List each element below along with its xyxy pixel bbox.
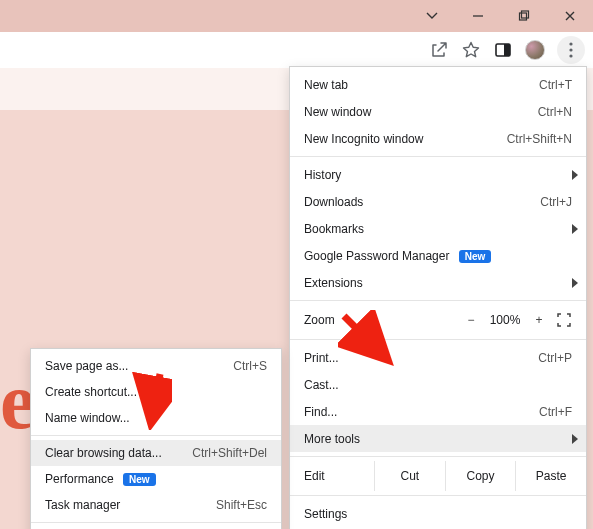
menu-label: New tab [304, 78, 539, 92]
menu-label: Extensions [304, 276, 572, 290]
svg-rect-2 [522, 11, 529, 18]
tab-search-button[interactable] [409, 0, 455, 32]
zoom-label: Zoom [304, 313, 374, 327]
menu-extensions[interactable]: Extensions [290, 269, 586, 296]
menu-history[interactable]: History [290, 161, 586, 188]
menu-label: Downloads [304, 195, 540, 209]
svg-rect-1 [520, 13, 527, 20]
minimize-button[interactable] [455, 0, 501, 32]
submenu-label: Performance New [45, 472, 267, 486]
submenu-label: Name window... [45, 411, 267, 425]
menu-more-tools[interactable]: More tools [290, 425, 586, 452]
submenu-label: Clear browsing data... [45, 446, 192, 460]
svg-rect-4 [504, 44, 510, 56]
menu-find[interactable]: Find... Ctrl+F [290, 398, 586, 425]
submenu-label: Save page as... [45, 359, 233, 373]
new-badge: New [459, 250, 492, 263]
chrome-menu-button[interactable] [557, 36, 585, 64]
menu-label: New Incognito window [304, 132, 507, 146]
minimize-icon [472, 10, 484, 22]
submenu-save-page[interactable]: Save page as... Ctrl+S [31, 353, 281, 379]
submenu-separator [31, 522, 281, 523]
edit-label: Edit [290, 469, 374, 483]
submenu-name-window[interactable]: Name window... [31, 405, 281, 431]
submenu-clear-browsing-data[interactable]: Clear browsing data... Ctrl+Shift+Del [31, 440, 281, 466]
menu-zoom-row: Zoom − 100% + [290, 305, 586, 335]
menu-shortcut: Ctrl+T [539, 78, 572, 92]
menu-downloads[interactable]: Downloads Ctrl+J [290, 188, 586, 215]
submenu-label: Task manager [45, 498, 216, 512]
menu-label: New window [304, 105, 538, 119]
menu-label: History [304, 168, 572, 182]
side-panel-button[interactable] [493, 40, 513, 60]
side-panel-icon [494, 41, 512, 59]
share-button[interactable] [429, 40, 449, 60]
submenu-task-manager[interactable]: Task manager Shift+Esc [31, 492, 281, 518]
menu-label: Print... [304, 351, 538, 365]
menu-separator [290, 456, 586, 457]
menu-label: Find... [304, 405, 539, 419]
bookmark-button[interactable] [461, 40, 481, 60]
maximize-icon [518, 10, 530, 22]
menu-print[interactable]: Print... Ctrl+P [290, 344, 586, 371]
submenu-shortcut: Ctrl+S [233, 359, 267, 373]
zoom-in-button[interactable]: + [526, 313, 552, 327]
maximize-button[interactable] [501, 0, 547, 32]
menu-label: Cast... [304, 378, 572, 392]
menu-shortcut: Ctrl+F [539, 405, 572, 419]
menu-password-manager[interactable]: Google Password Manager New [290, 242, 586, 269]
profile-button[interactable] [525, 40, 545, 60]
submenu-arrow-icon [572, 434, 578, 444]
vertical-dots-icon [569, 42, 573, 58]
menu-new-incognito[interactable]: New Incognito window Ctrl+Shift+N [290, 125, 586, 152]
share-icon [430, 41, 448, 59]
submenu-shortcut: Shift+Esc [216, 498, 267, 512]
menu-separator [290, 495, 586, 496]
fullscreen-icon [557, 313, 571, 327]
submenu-create-shortcut[interactable]: Create shortcut... [31, 379, 281, 405]
submenu-arrow-icon [572, 278, 578, 288]
menu-new-window[interactable]: New window Ctrl+N [290, 98, 586, 125]
menu-label: Settings [304, 507, 572, 521]
avatar-icon [525, 40, 545, 60]
edit-cut-button[interactable]: Cut [374, 461, 445, 491]
close-button[interactable] [547, 0, 593, 32]
chevron-down-icon [426, 10, 438, 22]
menu-cast[interactable]: Cast... [290, 371, 586, 398]
submenu-shortcut: Ctrl+Shift+Del [192, 446, 267, 460]
svg-point-7 [569, 54, 572, 57]
menu-separator [290, 300, 586, 301]
new-badge: New [123, 473, 156, 486]
edit-copy-button[interactable]: Copy [445, 461, 516, 491]
menu-shortcut: Ctrl+P [538, 351, 572, 365]
menu-label: Bookmarks [304, 222, 572, 236]
menu-shortcut: Ctrl+Shift+N [507, 132, 572, 146]
chrome-main-menu: New tab Ctrl+T New window Ctrl+N New Inc… [289, 66, 587, 529]
zoom-value: 100% [484, 313, 526, 327]
more-tools-submenu: Save page as... Ctrl+S Create shortcut..… [30, 348, 282, 529]
menu-new-tab[interactable]: New tab Ctrl+T [290, 71, 586, 98]
zoom-out-button[interactable]: − [458, 313, 484, 327]
svg-point-6 [569, 48, 572, 51]
svg-point-5 [569, 42, 572, 45]
menu-label-text: Google Password Manager [304, 249, 449, 263]
menu-shortcut: Ctrl+J [540, 195, 572, 209]
submenu-arrow-icon [572, 224, 578, 234]
menu-label: More tools [304, 432, 572, 446]
fullscreen-button[interactable] [552, 313, 576, 327]
star-icon [462, 41, 480, 59]
menu-label: Google Password Manager New [304, 249, 572, 263]
close-icon [564, 10, 576, 22]
submenu-performance[interactable]: Performance New [31, 466, 281, 492]
submenu-separator [31, 435, 281, 436]
submenu-arrow-icon [572, 170, 578, 180]
menu-separator [290, 339, 586, 340]
menu-bookmarks[interactable]: Bookmarks [290, 215, 586, 242]
menu-edit-row: Edit Cut Copy Paste [290, 461, 586, 491]
menu-shortcut: Ctrl+N [538, 105, 572, 119]
menu-settings[interactable]: Settings [290, 500, 586, 527]
menu-separator [290, 156, 586, 157]
edit-paste-button[interactable]: Paste [515, 461, 586, 491]
submenu-label-text: Performance [45, 472, 114, 486]
submenu-label: Create shortcut... [45, 385, 267, 399]
